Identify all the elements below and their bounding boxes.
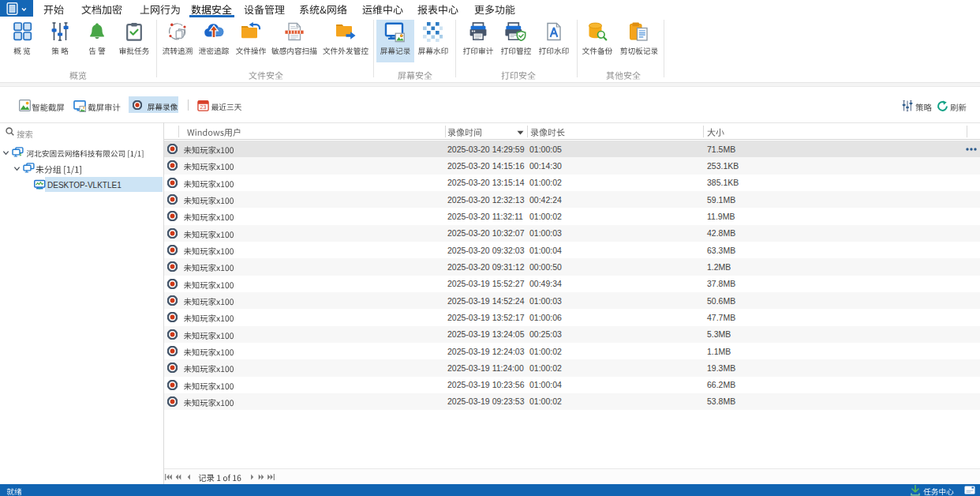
svg-text:23: 23: [200, 104, 207, 110]
